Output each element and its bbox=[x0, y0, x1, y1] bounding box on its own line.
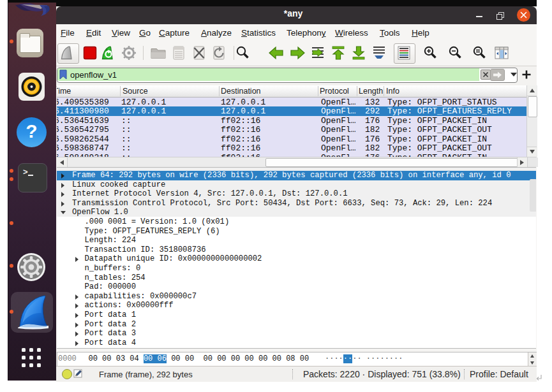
svg-text:?: ? bbox=[26, 120, 37, 142]
